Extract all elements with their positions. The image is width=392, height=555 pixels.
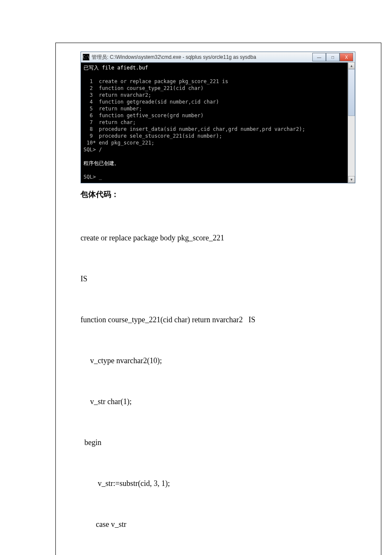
code-line: v_ctype nvarchar2(10);	[81, 354, 355, 367]
content-frame: C:\ 管理员: C:\Windows\system32\cmd.exe - s…	[55, 43, 381, 555]
cmd-line: 已写入 file afiedt.buf	[84, 65, 148, 71]
cmd-line: 5 return number;	[84, 106, 142, 112]
cmd-line: 7 return char;	[84, 119, 136, 125]
cmd-line: 3 return nvarchar2;	[84, 92, 151, 98]
code-line: v_str char(1);	[81, 395, 355, 408]
maximize-button[interactable]: □	[326, 53, 340, 61]
cmd-line: 2 function course_type_221(cid char)	[84, 85, 204, 91]
code-line: create or replace package body pkg_score…	[81, 231, 355, 245]
cmd-scrollbar[interactable]: ▲ ▼	[348, 62, 355, 183]
cmd-prompt: SQL> _	[84, 174, 102, 180]
code-line: case v_str	[81, 517, 355, 531]
document-page: C:\ 管理员: C:\Windows\system32\cmd.exe - s…	[0, 0, 392, 555]
code-line: function course_type_221(cid char) retur…	[81, 313, 355, 327]
scrollbar-thumb[interactable]	[348, 69, 355, 116]
section-heading: 包体代码：	[81, 189, 355, 199]
cmd-result: 程序包已创建。	[84, 160, 119, 166]
scroll-down-icon[interactable]: ▼	[348, 176, 355, 183]
cmd-line: 6 function getfive_score(grd number)	[84, 113, 204, 119]
window-buttons: — □ X	[312, 53, 353, 61]
close-button[interactable]: X	[340, 53, 353, 61]
scroll-up-icon[interactable]: ▲	[348, 62, 355, 69]
cmd-line: 9 procedure sele_stuscore_221(sid number…	[84, 133, 222, 139]
cmd-prompt: SQL> /	[84, 147, 102, 153]
code-line: begin	[81, 436, 355, 449]
cmd-line: 8 procedure insert_data(sid number,cid c…	[84, 126, 305, 132]
code-line: v_str:=substr(cid, 3, 1);	[81, 477, 355, 490]
cmd-titlebar: C:\ 管理员: C:\Windows\system32\cmd.exe - s…	[81, 52, 355, 63]
cmd-line: 4 function getgreade(sid number,cid char…	[84, 99, 219, 105]
cmd-window: C:\ 管理员: C:\Windows\system32\cmd.exe - s…	[81, 52, 355, 183]
scrollbar-track[interactable]	[348, 116, 355, 176]
cmd-output: 已写入 file afiedt.buf 1 create or replace …	[81, 63, 355, 183]
minimize-button[interactable]: —	[312, 53, 326, 61]
cmd-line: 1 create or replace package pkg_score_22…	[84, 78, 228, 84]
cmd-prompt-icon: C:\	[83, 54, 89, 61]
cmd-window-title: 管理员: C:\Windows\system32\cmd.exe - sqlpl…	[92, 54, 312, 61]
code-block: create or replace package body pkg_score…	[81, 204, 355, 555]
code-line: IS	[81, 272, 355, 286]
cmd-line: 10* end pkg_score_221;	[84, 140, 154, 146]
